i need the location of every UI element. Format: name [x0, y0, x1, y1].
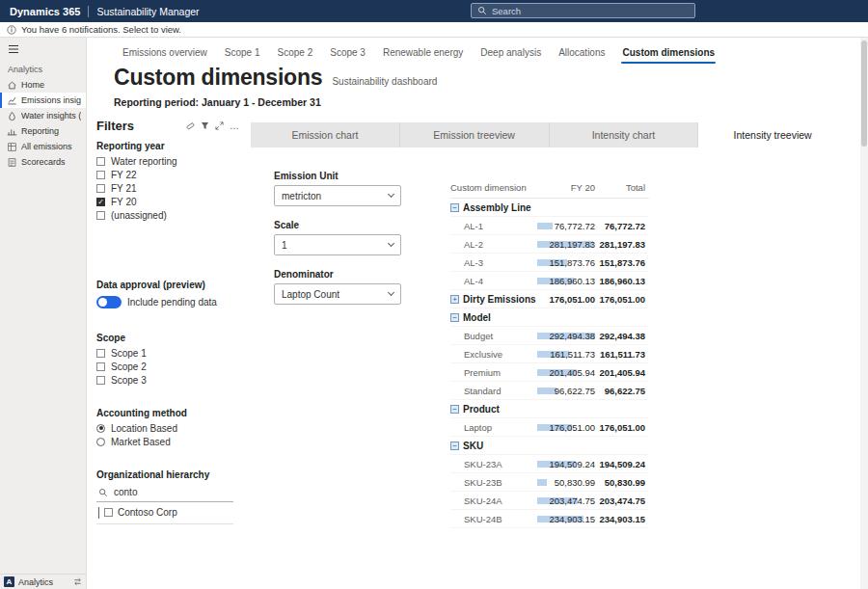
checkbox-unchecked[interactable]: [96, 362, 105, 371]
more-options-icon[interactable]: …: [230, 123, 239, 129]
group-name: Dirty Emissions: [463, 294, 536, 305]
sidebar-item-home[interactable]: Home: [0, 77, 86, 93]
sidebar-item-emissions-insights[interactable]: Emissions insights: [0, 93, 86, 108]
checkbox-checked[interactable]: ✓: [96, 198, 105, 206]
filter-option-scope-2[interactable]: Scope 2: [96, 360, 239, 373]
collapse-icon[interactable]: −: [450, 313, 459, 322]
matrix-row-al-3[interactable]: AL-3151,873.76151,873.76: [450, 254, 649, 272]
nav-tab-scope-1[interactable]: Scope 1: [216, 41, 269, 65]
report-tab-intensity-chart[interactable]: Intensity chart: [550, 122, 699, 147]
matrix-row-sku-24a[interactable]: SKU-24A203,474.75203,474.75: [450, 492, 649, 510]
filter-option-fy-21[interactable]: FY 21: [96, 181, 239, 195]
nav-tab-custom-dimensions[interactable]: Custom dimensions: [613, 41, 723, 65]
focus-mode-icon[interactable]: [215, 121, 224, 130]
checkbox-label: Scope 3: [111, 375, 147, 386]
dropdown-emission-unit[interactable]: metricton: [274, 185, 401, 206]
filter-option-unassigned[interactable]: (unassigned): [96, 208, 239, 222]
nav-tab-deep-analysis[interactable]: Deep analysis: [472, 41, 550, 65]
total-cell: 176,051.00: [595, 422, 645, 433]
sidebar-item-label: Water insights (previ...: [21, 111, 81, 120]
fy20-value: 176,051.00: [549, 422, 595, 433]
hamburger-menu-icon[interactable]: [0, 38, 86, 59]
checkbox-unchecked[interactable]: [96, 184, 105, 193]
filter-option-water-reporting[interactable]: Water reporting: [96, 154, 239, 168]
collapse-icon[interactable]: −: [450, 442, 459, 450]
sidebar-item-reporting[interactable]: Reporting: [0, 123, 86, 139]
collapse-icon[interactable]: −: [450, 405, 459, 414]
leaf-name: AL-3: [450, 257, 483, 268]
report-tab-intensity-treeview[interactable]: Intensity treeview: [698, 122, 847, 147]
left-navigation: Analytics HomeEmissions insightsWater in…: [0, 38, 87, 589]
filter-option-fy-20[interactable]: ✓FY 20: [96, 195, 239, 208]
area-label: Analytics: [18, 577, 69, 587]
checkbox-unchecked[interactable]: [96, 349, 105, 358]
scrollbar-thumb[interactable]: [861, 40, 867, 147]
sidebar-item-label: Scorecards: [21, 157, 66, 167]
nav-tab-allocations[interactable]: Allocations: [550, 41, 613, 65]
global-search-input[interactable]: Search: [471, 3, 695, 18]
radio-selected[interactable]: [96, 424, 105, 433]
fy20-cell: 96,622.75: [537, 386, 595, 396]
matrix-row-dirty-emissions[interactable]: +Dirty Emissions176,051.00176,051.00: [450, 290, 649, 308]
checkbox-unchecked[interactable]: [96, 211, 105, 220]
accounting-method-label: Accounting method: [96, 408, 239, 418]
matrix-row-al-2[interactable]: AL-2281,197.83281,197.83: [450, 235, 649, 254]
filter-option-scope-1[interactable]: Scope 1: [96, 346, 239, 360]
org-hierarchy-search-input[interactable]: conto: [96, 483, 233, 502]
collapse-icon[interactable]: −: [450, 203, 459, 212]
checkbox-unchecked[interactable]: [96, 376, 105, 385]
total-cell: 281,197.83: [595, 239, 645, 250]
checkbox-unchecked[interactable]: [96, 171, 105, 179]
matrix-row-model[interactable]: −Model: [450, 308, 649, 327]
vertical-scrollbar[interactable]: [860, 38, 868, 589]
matrix-row-al-1[interactable]: AL-176,772.7276,772.72: [450, 217, 649, 235]
sidebar-item-label: All emissions: [21, 142, 72, 151]
sidebar-item-all-emissions[interactable]: All emissions: [0, 139, 86, 154]
matrix-row-laptop[interactable]: Laptop176,051.00176,051.00: [450, 418, 649, 437]
radio-option-market-based[interactable]: Market Based: [96, 435, 239, 448]
org-tree-item[interactable]: Contoso Corp: [96, 502, 233, 524]
column-header-total: Total: [595, 182, 645, 193]
chevron-down-icon: [388, 191, 394, 198]
report-tab-emission-treeview[interactable]: Emission treeview: [400, 122, 550, 147]
nav-tab-scope-2[interactable]: Scope 2: [269, 41, 322, 65]
data-approval-label: Data approval (preview): [96, 280, 239, 290]
radio-unselected[interactable]: [96, 438, 105, 446]
sidebar-area-switcher[interactable]: A Analytics: [0, 574, 86, 589]
radio-option-location-based[interactable]: Location Based: [96, 421, 239, 435]
chevron-down-icon[interactable]: [98, 507, 99, 518]
notification-bar[interactable]: You have 6 notifications. Select to view…: [0, 22, 868, 38]
matrix-row-product[interactable]: −Product: [450, 400, 649, 418]
include-pending-data-toggle[interactable]: [96, 296, 122, 308]
matrix-row-sku-24b[interactable]: SKU-24B234,903.15234,903.15: [450, 510, 649, 528]
matrix-row-sku[interactable]: −SKU: [450, 437, 649, 455]
checkbox-unchecked[interactable]: [96, 157, 105, 166]
filters-title: Filters: [96, 119, 186, 133]
matrix-row-standard[interactable]: Standard96,622.7596,622.75: [450, 382, 649, 400]
total-cell: 161,511.73: [595, 349, 645, 360]
matrix-row-sku-23b[interactable]: SKU-23B50,830.9950,830.99: [450, 473, 649, 492]
expand-icon[interactable]: +: [450, 295, 459, 304]
sidebar-item-scorecards[interactable]: Scorecards: [0, 154, 86, 170]
matrix-row-al-4[interactable]: AL-4186,960.13186,960.13: [450, 272, 649, 290]
nav-tab-scope-3[interactable]: Scope 3: [321, 41, 374, 65]
org-tree-checkbox[interactable]: [104, 508, 113, 517]
matrix-row-label-cell: Premium: [450, 367, 537, 378]
matrix-row-premium[interactable]: Premium201,405.94201,405.94: [450, 363, 649, 382]
dropdown-denominator[interactable]: Laptop Count: [274, 283, 401, 305]
clear-selections-icon[interactable]: [186, 121, 195, 130]
dropdown-scale[interactable]: 1: [274, 234, 401, 255]
matrix-row-budget[interactable]: Budget292,494.38292,494.38: [450, 327, 649, 345]
dynamics-365-logo[interactable]: Dynamics 365: [10, 6, 80, 17]
matrix-row-exclusive[interactable]: Exclusive161,511.73161,511.73: [450, 345, 649, 363]
switch-area-icon[interactable]: [73, 577, 82, 586]
matrix-row-sku-23a[interactable]: SKU-23A194,509.24194,509.24: [450, 455, 649, 473]
filter-option-fy-22[interactable]: FY 22: [96, 168, 239, 181]
matrix-row-assembly-line[interactable]: −Assembly Line: [450, 199, 649, 217]
nav-tab-renewable-energy[interactable]: Renewable energy: [374, 41, 472, 65]
sidebar-item-water-insights-previ[interactable]: Water insights (previ...: [0, 108, 86, 123]
filter-option-scope-3[interactable]: Scope 3: [96, 373, 239, 387]
nav-tab-emissions-overview[interactable]: Emissions overview: [114, 41, 216, 65]
filter-icon[interactable]: [201, 121, 209, 130]
report-tab-emission-chart[interactable]: Emission chart: [251, 122, 400, 147]
